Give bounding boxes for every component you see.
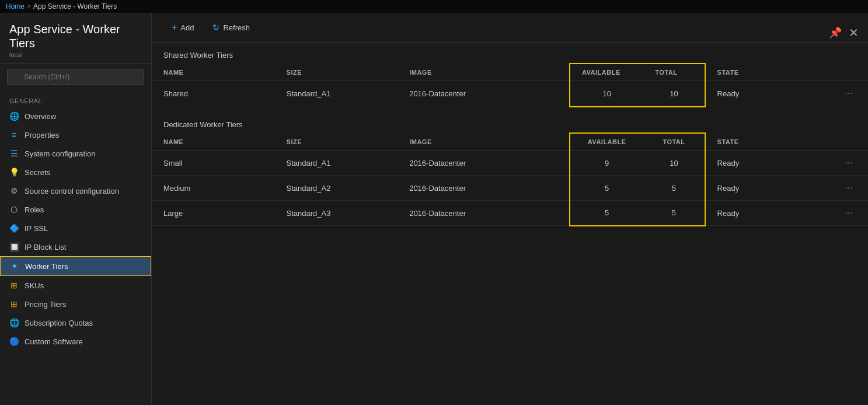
sidebar-item-ip-block-list[interactable]: 🔲 IP Block List xyxy=(0,238,151,256)
sidebar-item-roles-label: Roles xyxy=(25,205,44,214)
shared-col-image: IMAGE xyxy=(398,64,570,81)
sidebar-item-source-control[interactable]: ⚙ Source control configuration xyxy=(0,181,151,200)
sidebar-item-source-control-label: Source control configuration xyxy=(25,187,119,195)
general-section-label: GENERAL xyxy=(0,90,151,107)
sidebar-item-properties[interactable]: ≡ Properties xyxy=(0,125,151,144)
add-label: Add xyxy=(180,23,194,32)
large-row-ellipsis[interactable]: ··· xyxy=(842,207,856,219)
sidebar-item-subscription-quotas[interactable]: 🌐 Subscription Quotas xyxy=(0,313,151,332)
sidebar-item-skus-label: SKUs xyxy=(25,281,44,290)
sidebar-item-roles[interactable]: ⬡ Roles xyxy=(0,200,151,219)
shared-row-ellipsis[interactable]: ··· xyxy=(842,87,856,100)
medium-row-ellipsis[interactable]: ··· xyxy=(842,181,856,194)
skus-icon: ⊞ xyxy=(9,281,19,290)
large-row-available: 5 xyxy=(570,201,643,226)
sidebar-item-system-configuration[interactable]: ☰ System configuration xyxy=(0,144,151,163)
secrets-icon: 💡 xyxy=(9,167,19,177)
dedicated-col-total: TOTAL xyxy=(643,133,705,151)
small-row-state: Ready xyxy=(705,151,828,176)
sidebar-item-skus[interactable]: ⊞ SKUs xyxy=(0,276,151,295)
dedicated-section: Dedicated Worker Tiers NAME SIZE IMAGE A… xyxy=(152,112,868,226)
sidebar-item-pricing-tiers[interactable]: ⊞ Pricing Tiers xyxy=(0,295,151,313)
table-row: Large Standard_A3 2016-Datacenter 5 5 Re… xyxy=(152,201,868,226)
medium-row-size: Standard_A2 xyxy=(275,176,398,201)
dedicated-col-available: AVAILABLE xyxy=(570,133,643,151)
shared-row-total: 10 xyxy=(643,81,705,106)
pin-button[interactable]: 📌 xyxy=(829,27,842,38)
shared-section: Shared Worker Tiers NAME SIZE IMAGE AVAI… xyxy=(152,43,868,107)
dedicated-col-name: NAME xyxy=(152,133,275,151)
sidebar-item-overview[interactable]: 🌐 Overview xyxy=(0,107,151,125)
close-button[interactable]: ✕ xyxy=(849,27,859,39)
window-controls: 📌 ✕ xyxy=(829,27,859,39)
large-row-state: Ready xyxy=(705,201,828,226)
small-row-size: Standard_A1 xyxy=(275,151,398,176)
sidebar-item-worker-tiers[interactable]: ✦ Worker Tiers xyxy=(0,256,151,276)
shared-table-head: NAME SIZE IMAGE AVAILABLE TOTAL STATE xyxy=(152,64,868,81)
shared-col-name: NAME xyxy=(152,64,275,81)
breadcrumb-home[interactable]: Home xyxy=(6,2,25,11)
medium-row-name: Medium xyxy=(152,176,275,201)
sidebar-item-subscription-quotas-label: Subscription Quotas xyxy=(25,319,93,327)
shared-row-name: Shared xyxy=(152,81,275,106)
pricing-tiers-icon: ⊞ xyxy=(9,299,19,309)
main-layout: App Service - Worker Tiers local 🔍 GENER… xyxy=(0,13,868,405)
sidebar-item-custom-software[interactable]: 🔵 Custom Software xyxy=(0,332,151,351)
refresh-icon: ↻ xyxy=(212,23,219,32)
shared-col-state: STATE xyxy=(705,64,828,81)
add-icon: + xyxy=(172,22,177,33)
small-row-actions: ··· xyxy=(828,151,868,176)
shared-col-total: TOTAL xyxy=(643,64,705,81)
small-row-ellipsis[interactable]: ··· xyxy=(842,156,856,169)
breadcrumb-separator: > xyxy=(27,2,31,11)
large-row-name: Large xyxy=(152,201,275,226)
ip-block-list-icon: 🔲 xyxy=(9,242,19,252)
sidebar-item-secrets[interactable]: 💡 Secrets xyxy=(0,163,151,181)
sidebar-item-ip-ssl[interactable]: 🔷 IP SSL xyxy=(0,219,151,238)
shared-row-image: 2016-Datacenter xyxy=(398,81,570,106)
sidebar-item-ip-block-list-label: IP Block List xyxy=(25,243,66,252)
dedicated-table-wrapper: NAME SIZE IMAGE AVAILABLE TOTAL STATE xyxy=(152,132,868,226)
sidebar-item-custom-software-label: Custom Software xyxy=(25,337,83,346)
small-row-total: 10 xyxy=(643,151,705,176)
tables-area: Shared Worker Tiers NAME SIZE IMAGE AVAI… xyxy=(152,43,868,405)
shared-section-label: Shared Worker Tiers xyxy=(152,43,868,63)
ip-ssl-icon: 🔷 xyxy=(9,224,19,233)
small-row-name: Small xyxy=(152,151,275,176)
dedicated-col-size: SIZE xyxy=(275,133,398,151)
dedicated-section-label: Dedicated Worker Tiers xyxy=(152,112,868,132)
sidebar: App Service - Worker Tiers local 🔍 GENER… xyxy=(0,13,152,405)
shared-row-state: Ready xyxy=(705,81,828,106)
sidebar-title: App Service - Worker Tiers xyxy=(9,22,142,50)
search-input[interactable] xyxy=(7,69,144,85)
sidebar-subtitle: local xyxy=(9,51,142,58)
shared-col-available: AVAILABLE xyxy=(570,64,643,81)
medium-row-total: 5 xyxy=(643,176,705,201)
toolbar: + Add ↻ Refresh xyxy=(152,13,868,43)
add-button[interactable]: + Add xyxy=(163,19,202,36)
sidebar-item-worker-tiers-label: Worker Tiers xyxy=(25,262,68,271)
shared-table-body: Shared Standard_A1 2016-Datacenter 10 10… xyxy=(152,81,868,107)
large-row-actions: ··· xyxy=(828,201,868,226)
large-row-total: 5 xyxy=(643,201,705,226)
dedicated-table-head: NAME SIZE IMAGE AVAILABLE TOTAL STATE xyxy=(152,133,868,151)
table-row: Small Standard_A1 2016-Datacenter 9 10 R… xyxy=(152,151,868,176)
large-row-size: Standard_A3 xyxy=(275,201,398,226)
table-row: Medium Standard_A2 2016-Datacenter 5 5 R… xyxy=(152,176,868,201)
shared-table: NAME SIZE IMAGE AVAILABLE TOTAL STATE xyxy=(152,63,868,107)
refresh-button[interactable]: ↻ Refresh xyxy=(204,19,258,36)
small-row-image: 2016-Datacenter xyxy=(398,151,570,176)
subscription-quotas-icon: 🌐 xyxy=(9,318,19,327)
medium-row-image: 2016-Datacenter xyxy=(398,176,570,201)
sidebar-item-system-config-label: System configuration xyxy=(25,149,95,158)
overview-icon: 🌐 xyxy=(9,111,19,121)
shared-col-size: SIZE xyxy=(275,64,398,81)
shared-row-actions: ··· xyxy=(828,81,868,106)
roles-icon: ⬡ xyxy=(9,205,19,214)
shared-col-actions xyxy=(828,64,868,81)
large-row-image: 2016-Datacenter xyxy=(398,201,570,226)
top-bar: Home > App Service - Worker Tiers xyxy=(0,0,868,13)
custom-software-icon: 🔵 xyxy=(9,337,19,346)
sidebar-item-ip-ssl-label: IP SSL xyxy=(25,224,48,233)
small-row-available: 9 xyxy=(570,151,643,176)
